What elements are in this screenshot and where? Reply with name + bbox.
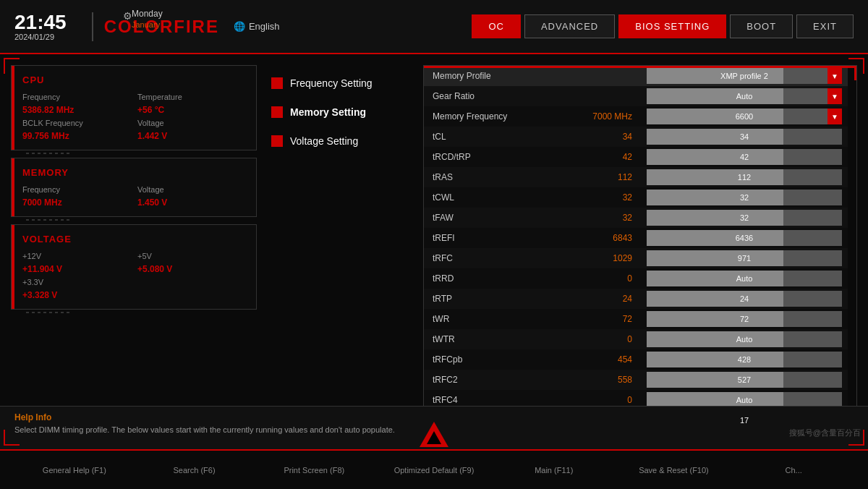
menu-item-voltage[interactable]: Voltage Setting — [268, 127, 412, 156]
table-row[interactable]: tREFI68436436 — [424, 228, 848, 248]
footer-button[interactable]: Print Screen (F8) — [254, 462, 374, 478]
table-row[interactable]: tRCD/tRP4242 — [424, 147, 848, 167]
param-name-cell: tREFI — [424, 228, 569, 248]
cpu-volt-label: Voltage — [137, 119, 245, 127]
nav-oc-button[interactable]: OC — [472, 14, 521, 38]
control-bar-text: 971 — [647, 254, 842, 263]
control-bar[interactable]: 112 — [647, 169, 842, 185]
control-bar[interactable]: 32 — [647, 190, 842, 205]
param-control-cell[interactable]: Auto▼ — [641, 86, 848, 106]
param-control-cell[interactable]: 6600▼ — [641, 106, 848, 127]
control-bar[interactable]: 24 — [647, 291, 842, 307]
nav-bios-setting-button[interactable]: BIOS SETTING — [618, 14, 726, 38]
param-control-cell[interactable]: 34 — [641, 127, 848, 147]
param-control-cell[interactable]: 42 — [641, 147, 848, 167]
nav-exit-button[interactable]: EXIT — [796, 14, 854, 38]
table-row[interactable]: tRFC1029971 — [424, 248, 848, 268]
table-row[interactable]: Memory Frequency7000 MHz6600▼ — [424, 106, 848, 127]
control-bar[interactable]: 32 — [647, 210, 842, 226]
table-row[interactable]: Gear RatioAuto▼ — [424, 86, 848, 106]
control-bar[interactable]: Auto▼ — [647, 88, 842, 104]
param-value-cell: 7000 MHz — [569, 106, 641, 127]
param-control-cell[interactable]: 112 — [641, 167, 848, 187]
left-panel: CPU Frequency Temperature 5386.82 MHz +5… — [11, 65, 257, 438]
param-control-cell[interactable]: 32 — [641, 208, 848, 228]
table-row[interactable]: tWR7272 — [424, 309, 848, 329]
param-value-cell — [569, 66, 641, 86]
language-button[interactable]: 🌐 English — [234, 21, 280, 32]
control-bar[interactable]: 72 — [647, 311, 842, 327]
control-bar-text: Auto — [647, 274, 842, 283]
table-row[interactable]: tCWL3232 — [424, 187, 848, 208]
table-row[interactable]: tWTR0Auto — [424, 329, 848, 349]
footer-button[interactable]: General Help (F1) — [14, 462, 135, 478]
globe-icon: 🌐 — [234, 21, 245, 32]
cpu-grid: Frequency Temperature 5386.82 MHz +56 °C… — [22, 93, 245, 141]
footer-button[interactable]: Search (F6) — [135, 462, 255, 478]
param-control-cell[interactable]: 32 — [641, 187, 848, 208]
param-control-cell[interactable]: XMP profile 2▼ — [641, 66, 848, 86]
control-bar-text: 527 — [647, 375, 842, 384]
mem-freq-value: 7000 MHz — [22, 197, 130, 208]
table-row[interactable]: tRTP2424 — [424, 289, 848, 309]
param-control-cell[interactable]: Auto — [641, 268, 848, 289]
cpu-freq-value: 5386.82 MHz — [22, 105, 130, 115]
settings-panel[interactable]: Memory ProfileXMP profile 2▼Gear RatioAu… — [424, 66, 856, 438]
table-row[interactable]: tRAS112112 — [424, 167, 848, 187]
table-row[interactable]: tCL3434 — [424, 127, 848, 147]
param-control-cell[interactable]: 24 — [641, 289, 848, 309]
param-value-cell: 34 — [569, 127, 641, 147]
param-control-cell[interactable]: 971 — [641, 248, 848, 268]
control-bar-text: 6436 — [647, 234, 842, 242]
nav-advanced-button[interactable]: ADVANCED — [524, 14, 615, 38]
table-row[interactable]: tRRD0Auto — [424, 268, 848, 289]
control-bar[interactable]: 971 — [647, 250, 842, 266]
nav-boot-button[interactable]: BOOT — [730, 14, 793, 38]
footer-button[interactable]: Optimized Default (F9) — [374, 462, 494, 478]
table-row[interactable]: tRFC2558527 — [424, 370, 848, 390]
control-bar-text: 72 — [647, 315, 842, 323]
param-value-cell: 454 — [569, 349, 641, 370]
param-control-cell[interactable]: 72 — [641, 309, 848, 329]
panel-corner-tr — [842, 66, 856, 80]
bottom-bar: General Help (F1)Search (F6)Print Screen… — [0, 449, 868, 489]
param-control-cell[interactable]: 527 — [641, 370, 848, 390]
control-bar[interactable]: Auto — [647, 331, 842, 347]
cpu-bclk-value: 99.756 MHz — [22, 131, 130, 141]
mem-volt-label: Voltage — [137, 185, 245, 194]
table-row[interactable]: tFAW3232 — [424, 208, 848, 228]
param-name-cell: tRTP — [424, 289, 569, 309]
nav-buttons: OC ADVANCED BIOS SETTING BOOT EXIT — [472, 14, 854, 38]
clock-date: 2024/01/29 — [14, 33, 67, 41]
table-row[interactable]: Memory ProfileXMP profile 2▼ — [424, 66, 848, 86]
menu-label-frequency: Frequency Setting — [290, 77, 373, 89]
cpu-card: CPU Frequency Temperature 5386.82 MHz +5… — [11, 65, 257, 150]
footer-button[interactable]: Ch... — [733, 462, 854, 478]
param-control-cell[interactable]: 6436 — [641, 228, 848, 248]
control-bar[interactable]: 34 — [647, 129, 842, 145]
menu-item-frequency[interactable]: Frequency Setting — [268, 69, 412, 98]
param-value-cell: 1029 — [569, 248, 641, 268]
table-row[interactable]: tRFCpb454428 — [424, 349, 848, 370]
cpu-bclk-label: BCLK Frequency — [22, 119, 130, 127]
param-name-cell: tWTR — [424, 329, 569, 349]
menu-indicator-memory — [271, 106, 283, 118]
control-bar-text: 32 — [647, 193, 842, 202]
cpu-freq-label: Frequency — [22, 93, 130, 101]
control-bar[interactable]: 6600▼ — [647, 109, 842, 124]
control-bar[interactable]: 527 — [647, 372, 842, 388]
footer-button[interactable]: Main (F11) — [494, 462, 614, 478]
footer-button[interactable]: Save & Reset (F10) — [614, 462, 734, 478]
control-bar[interactable]: 428 — [647, 352, 842, 367]
param-control-cell[interactable]: 428 — [641, 349, 848, 370]
control-bar[interactable]: XMP profile 2▼ — [647, 68, 842, 84]
control-bar-text: Auto — [647, 335, 842, 344]
control-bar[interactable]: 6436 — [647, 230, 842, 246]
control-bar[interactable]: Auto — [647, 271, 842, 286]
param-control-cell[interactable]: Auto — [641, 329, 848, 349]
memory-card: MEMORY Frequency Voltage 7000 MHz 1.450 … — [11, 158, 257, 217]
top-bar: 21:45 2024/01/29 ⚙ Monday January COLORF… — [0, 0, 868, 54]
menu-item-memory[interactable]: Memory Setting — [268, 98, 412, 127]
control-bar[interactable]: 42 — [647, 149, 842, 165]
param-value-cell — [569, 86, 641, 106]
